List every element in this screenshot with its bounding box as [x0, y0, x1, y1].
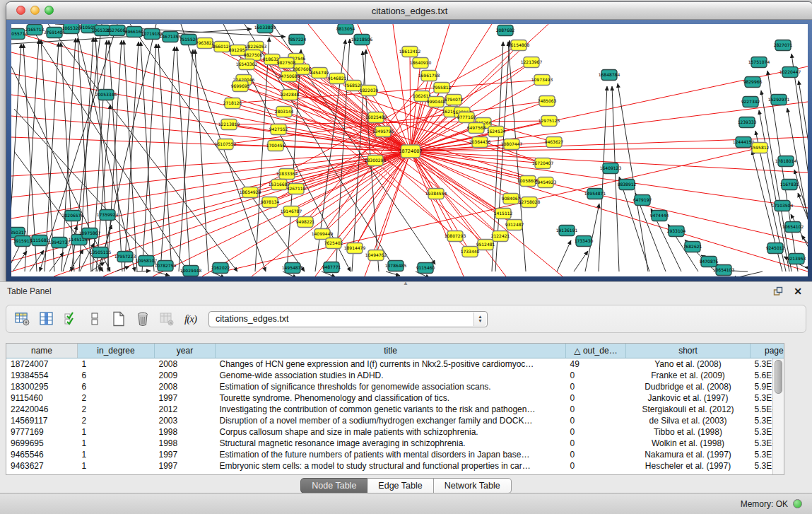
- graph-node-label: 14954870: [282, 265, 304, 270]
- column-header-title[interactable]: title: [216, 344, 566, 358]
- table-row[interactable]: 946362711997Embryonic stem cells: a mode…: [6, 460, 784, 472]
- table-cell: 2009: [155, 370, 216, 381]
- column-settings-icon[interactable]: [37, 310, 55, 328]
- graph-node-label: 13495796: [372, 129, 394, 134]
- graph-node-label: 10654102: [782, 224, 804, 229]
- dropdown-stepper-icon: ▲▼: [473, 313, 486, 326]
- vertical-scrollbar[interactable]: [772, 358, 784, 474]
- float-window-icon[interactable]: [771, 285, 785, 298]
- network-svg[interactable]: 1405571421657133769140610653289105058106…: [11, 24, 808, 276]
- row-height-icon[interactable]: [86, 310, 103, 328]
- tab-node-table[interactable]: Node Table: [300, 478, 367, 493]
- zoom-window-button[interactable]: [45, 6, 54, 15]
- graph-node-label: 6497568: [467, 125, 486, 130]
- column-header-out_de[interactable]: △ out_de…: [566, 344, 626, 358]
- graph-node-label: 20364436: [469, 139, 491, 144]
- table-row[interactable]: 969969511998Structural magnetic resonanc…: [6, 438, 784, 449]
- table-cell: 9115460: [6, 392, 78, 404]
- table-row[interactable]: 1872400712008Changes of HCN gene express…: [6, 358, 784, 370]
- network-canvas[interactable]: 1405571421657133769140610653289105058106…: [11, 24, 808, 276]
- citation-edge-red: [252, 151, 411, 276]
- graph-node-label: 37691406: [44, 30, 66, 35]
- graph-node-label: 17818014: [775, 158, 797, 163]
- table-cell: 1: [78, 438, 155, 449]
- table-cell: 1997: [155, 449, 216, 460]
- tab-network-table[interactable]: Network Table: [434, 478, 512, 493]
- graph-node-label: 9463627: [545, 139, 564, 144]
- citation-edge-black: [160, 47, 175, 271]
- delete-table-icon[interactable]: [134, 310, 151, 328]
- window-frame: 1405571421657133769140610653289105058106…: [6, 20, 812, 282]
- graph-node-label: 16409123: [600, 165, 622, 170]
- tab-edge-table[interactable]: Edge Table: [367, 478, 433, 493]
- table-cell: 9465546: [6, 449, 78, 460]
- graph-node-label: 9487771: [322, 264, 341, 269]
- graph-node-label: 16543362: [236, 62, 258, 66]
- column-header-name[interactable]: name: [6, 344, 78, 358]
- table-toolbar: f(x) citations_edges.txt ▲▼: [6, 305, 806, 333]
- citation-edge-black: [619, 177, 649, 271]
- graph-node-label: 1167831: [780, 182, 799, 187]
- citation-edge-red: [233, 80, 542, 103]
- table-cell: 6: [78, 381, 155, 392]
- citation-edge-black: [179, 49, 193, 271]
- close-panel-icon[interactable]: ✕: [791, 285, 805, 298]
- graph-node-label: 16107552: [215, 141, 237, 146]
- table-cell: Hescheler et al. (1997): [626, 460, 751, 472]
- table-cell: Estimation of significance thresholds fo…: [216, 381, 566, 392]
- table-cell: 0: [566, 449, 626, 460]
- table-row[interactable]: 1456911722003Disruption of a novel membe…: [6, 415, 784, 426]
- table-cell: Estimation of the future numbers of pati…: [216, 449, 566, 460]
- graph-node-label: 7963822: [196, 40, 215, 45]
- graph-node-label: 9427552: [269, 127, 288, 132]
- graph-node-label: 10807293: [445, 233, 466, 238]
- table-row[interactable]: 946554611997Estimation of the future num…: [6, 449, 784, 460]
- close-window-button[interactable]: [16, 6, 25, 15]
- minimize-window-button[interactable]: [30, 6, 40, 15]
- table-row[interactable]: 1830029562008Estimation of significance …: [6, 381, 784, 392]
- create-table-icon[interactable]: [110, 310, 127, 328]
- table-row[interactable]: 1938455462009Genome-wide association stu…: [6, 370, 784, 381]
- graph-node-label: 12444150: [733, 139, 755, 144]
- graph-node-label: 12213819: [218, 122, 240, 127]
- graph-node-label: 17103504: [772, 203, 794, 208]
- function-builder-icon[interactable]: f(x): [182, 310, 199, 328]
- graph-node-label: 8838912: [618, 182, 637, 187]
- graph-node-label: 7955812: [433, 85, 452, 90]
- table-cell: 1997: [155, 392, 216, 404]
- table-cell: 0: [566, 426, 626, 438]
- citation-edge-red: [410, 52, 411, 151]
- citation-edge-black: [557, 240, 571, 271]
- network-window: citations_edges.txt 14055714216571337691…: [6, 1, 812, 282]
- citation-edge-black: [732, 271, 763, 276]
- table-row[interactable]: 911546021997Tourette syndrome. Phenomeno…: [6, 392, 784, 404]
- graph-node-label: 19136191: [556, 228, 578, 233]
- column-header-year[interactable]: year: [155, 344, 216, 358]
- table-row[interactable]: 977716911998Corpus callosum shape and si…: [6, 426, 784, 438]
- table-cell: Stergiakouli et al. (2012): [626, 404, 751, 415]
- select-columns-icon[interactable]: [61, 310, 79, 328]
- attribute-table[interactable]: namein_degreeyeartitle△ out_de…shortpage…: [6, 344, 784, 472]
- window-titlebar[interactable]: citations_edges.txt: [6, 2, 812, 20]
- column-header-in_degree[interactable]: in_degree: [78, 344, 155, 358]
- citation-edge-black: [136, 271, 151, 271]
- table-cell: Tibbo et al. (1998): [626, 426, 751, 438]
- table-row[interactable]: 2242004622012Investigating the contribut…: [6, 404, 784, 415]
- table-settings-icon[interactable]: [13, 310, 31, 328]
- table-selector-dropdown[interactable]: citations_edges.txt ▲▼: [208, 311, 488, 327]
- table-header-row: namein_degreeyeartitle△ out_de…shortpage…: [6, 344, 784, 358]
- graph-node-label: 16720407: [532, 160, 554, 165]
- graph-node-label: 10975867: [79, 230, 101, 235]
- graph-node-label: 9512481: [476, 242, 495, 247]
- graph-node-label: 16154808: [508, 42, 530, 47]
- table-cell: 18300295: [6, 381, 78, 392]
- panel-resize-grip[interactable]: ▲: [400, 281, 411, 286]
- graph-node-label: 2122421: [491, 233, 510, 238]
- table-cell: Disruption of a novel member of a sodium…: [216, 415, 566, 426]
- scrollbar-thumb[interactable]: [775, 360, 782, 394]
- graph-node-label: 1115682: [30, 238, 49, 243]
- table-cell: 19384554: [6, 370, 78, 381]
- column-header-short[interactable]: short: [626, 344, 751, 358]
- table-cell: Genome-wide association studies in ADHD.: [216, 370, 566, 381]
- column-header-pagerank[interactable]: pagerank: [751, 344, 785, 358]
